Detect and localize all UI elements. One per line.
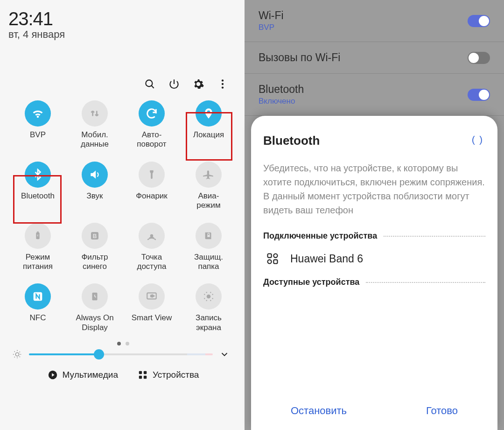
svg-point-4	[222, 86, 224, 88]
brightness-row	[8, 349, 238, 360]
tile-battery[interactable]: Режим питания	[9, 223, 66, 272]
tile-label: Фильтр синего	[81, 253, 108, 272]
svg-point-3	[222, 83, 224, 85]
brightness-icon	[12, 349, 22, 360]
settings-row[interactable]: Вызовы по Wi-Fi	[245, 42, 504, 74]
toggle[interactable]	[468, 89, 490, 101]
bluelight-icon[interactable]: B	[82, 223, 108, 249]
tile-label: Bluetooth	[21, 191, 55, 201]
svg-point-18	[207, 295, 210, 298]
tile-label: Авто- поворот	[137, 130, 166, 149]
hotspot-icon[interactable]	[139, 223, 165, 249]
aod-icon[interactable]	[82, 283, 108, 310]
watch-icon	[266, 252, 279, 265]
tile-data[interactable]: Мобил. данные	[66, 100, 123, 149]
tile-label: Always On Display	[76, 313, 113, 332]
flashlight-icon[interactable]	[139, 162, 165, 188]
page-dot-inactive	[126, 342, 129, 345]
tile-airplane[interactable]: Авиа- режим	[180, 162, 237, 211]
tile-nfc[interactable]: NFC	[9, 283, 66, 332]
secure-icon[interactable]	[196, 223, 222, 249]
available-section-title: Доступные устройства	[263, 277, 359, 287]
settings-pane: Wi-FiBVPВызовы по Wi-FiBluetoothВключено…	[245, 0, 504, 430]
toolbar	[8, 78, 229, 90]
section-divider	[366, 282, 485, 283]
device-row[interactable]: Huawei Band 6	[266, 252, 485, 265]
tile-wifi[interactable]: BVP	[9, 100, 66, 149]
brightness-thumb[interactable]	[94, 349, 104, 360]
rotate-icon[interactable]	[139, 100, 165, 127]
tile-label: Точка доступа	[137, 253, 166, 272]
devices-button[interactable]: Устройства	[138, 370, 199, 380]
svg-rect-34	[268, 254, 272, 258]
chevron-down-icon[interactable]	[219, 349, 230, 360]
settings-row[interactable]: Wi-FiBVP	[245, 0, 504, 42]
svg-rect-32	[139, 376, 142, 379]
svg-rect-6	[37, 231, 39, 232]
tile-label: Звук	[87, 191, 103, 201]
location-icon[interactable]	[196, 100, 222, 127]
tile-rotate[interactable]: Авто- поворот	[123, 100, 180, 149]
tile-sound[interactable]: Звук	[66, 162, 123, 211]
tile-label: Запись экрана	[196, 313, 222, 332]
play-circle-icon	[48, 370, 58, 380]
connected-section-title: Подключенные устройства	[263, 231, 377, 241]
battery-icon[interactable]	[25, 223, 51, 249]
svg-line-24	[14, 352, 15, 352]
done-button[interactable]: Готово	[426, 398, 458, 423]
row-title: Вызовы по Wi-Fi	[259, 51, 340, 64]
tile-label: BVP	[30, 130, 46, 140]
toggle-knob	[479, 16, 489, 26]
tile-flashlight[interactable]: Фонарик	[123, 162, 180, 211]
airplane-icon[interactable]	[196, 162, 222, 188]
nfc-icon[interactable]	[25, 283, 51, 310]
wifi-icon[interactable]	[25, 100, 51, 127]
sheet-title: Bluetooth	[263, 134, 485, 148]
media-button[interactable]: Мультимедиа	[48, 370, 118, 380]
sheet-actions: Остановить Готово	[251, 398, 497, 423]
power-icon[interactable]	[168, 78, 180, 90]
tile-bluelight[interactable]: BФильтр синего	[66, 223, 123, 272]
gear-icon[interactable]	[192, 78, 204, 90]
more-icon[interactable]	[217, 78, 229, 90]
svg-marker-17	[153, 295, 154, 297]
bluetooth-icon[interactable]	[25, 162, 51, 188]
row-title: Wi-Fi	[259, 9, 284, 22]
svg-point-19	[15, 352, 19, 356]
row-title: Bluetooth	[259, 83, 304, 96]
tile-record[interactable]: Запись экрана	[180, 283, 237, 332]
quick-settings-panel: 23:41 вт, 4 января BVPМобил. данныеАвто-…	[0, 0, 245, 430]
media-label: Мультимедиа	[63, 370, 118, 380]
clock-date: вт, 4 января	[8, 28, 238, 41]
toggle-knob	[469, 53, 479, 63]
bluetooth-sheet: Bluetooth ( ) Убедитесь, что на устройст…	[251, 116, 497, 430]
svg-rect-35	[273, 254, 277, 258]
tile-grid: BVPМобил. данныеАвто- поворотЛокацияBlue…	[9, 100, 237, 332]
data-icon[interactable]	[82, 100, 108, 127]
svg-rect-36	[268, 260, 272, 263]
svg-rect-33	[144, 376, 147, 379]
settings-list: Wi-FiBVPВызовы по Wi-FiBluetoothВключено	[245, 0, 504, 116]
tile-bluetooth[interactable]: Bluetooth	[9, 162, 66, 211]
bottom-bar: Мультимедиа Устройства	[8, 370, 238, 380]
tile-hotspot[interactable]: Точка доступа	[123, 223, 180, 272]
tile-secure[interactable]: Защищ. папка	[180, 223, 237, 272]
tile-smartview[interactable]: Smart View	[123, 283, 180, 332]
row-subtitle: BVP	[259, 23, 284, 32]
sheet-hint: Убедитесь, что на устройстве, к которому…	[263, 161, 485, 217]
svg-line-27	[20, 352, 21, 352]
toggle[interactable]	[468, 52, 490, 64]
smartview-icon[interactable]	[139, 283, 165, 310]
toggle[interactable]	[468, 15, 490, 27]
devices-icon	[138, 370, 148, 380]
record-icon[interactable]	[196, 283, 222, 310]
tile-aod[interactable]: Always On Display	[66, 283, 123, 332]
tile-label: Защищ. папка	[194, 253, 223, 272]
sound-icon[interactable]	[82, 162, 108, 188]
section-divider	[384, 236, 485, 237]
search-icon[interactable]	[144, 78, 156, 90]
tile-location[interactable]: Локация	[180, 100, 237, 149]
stop-button[interactable]: Остановить	[291, 398, 347, 423]
brightness-slider[interactable]	[29, 353, 213, 355]
settings-row[interactable]: BluetoothВключено	[245, 74, 504, 116]
